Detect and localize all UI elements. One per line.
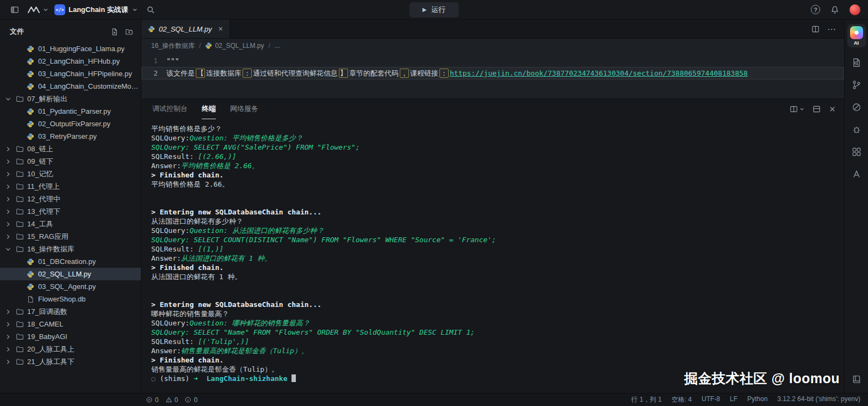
tree-item-label: 03_SQL_Agent.py — [38, 282, 96, 291]
panel-tab[interactable]: 终端 — [202, 99, 216, 119]
tree-file-item[interactable]: 02_LangChain_HFHub.py — [0, 55, 141, 67]
tree-folder-item[interactable]: 08_链上 — [0, 143, 141, 155]
chevron-right-icon — [4, 346, 12, 353]
tree-file-item[interactable]: 04_LangChain_CustomizeMod... — [0, 80, 141, 93]
file-search-button[interactable] — [849, 56, 864, 70]
docs-book-button[interactable] — [849, 372, 864, 386]
status-item[interactable]: 行 1，列 1 — [631, 395, 662, 404]
tree-folder-item[interactable]: 21_人脉工具下 — [0, 355, 141, 368]
typography-button[interactable] — [849, 167, 864, 181]
new-file-icon[interactable] — [110, 28, 119, 36]
tree-file-item[interactable]: 01_Pydantic_Parser.py — [0, 105, 141, 118]
new-folder-icon[interactable] — [125, 28, 133, 36]
tree-file-item[interactable]: 01_HuggingFace_Llama.py — [0, 42, 141, 55]
tree-folder-item[interactable]: 16_操作数据库 — [0, 243, 141, 255]
problem-count: 0 — [175, 396, 178, 404]
tab-bar-actions: ⋯ — [804, 20, 844, 38]
chevron-right-icon — [4, 208, 12, 216]
circle-slash-icon — [852, 102, 861, 112]
debug-button[interactable] — [849, 122, 864, 137]
status-item[interactable]: 3.12.2 64-bit ('shims': pyenv) — [777, 395, 860, 404]
tree-file-item[interactable]: 03_RetryParser.py — [0, 130, 141, 143]
tree-item-label: 02_OutputFixParser.py — [38, 120, 110, 128]
terminal-line: SQLQuery:Question: 平均销售价格是多少？ — [151, 133, 844, 143]
error-indicator[interactable]: 0 — [146, 396, 159, 404]
run-button[interactable]: ▶ 运行 — [410, 2, 459, 17]
tree-file-item[interactable]: 03_LangChain_HFPipeline.py — [0, 67, 141, 80]
code-line[interactable]: 2该文件是【连接数据库：通过链和代理查询鲜花信息】章节的配套代码，课程链接：ht… — [141, 67, 844, 79]
close-tab-icon[interactable]: × — [219, 24, 223, 33]
file-search-icon — [852, 58, 861, 67]
toggle-sidebar-button[interactable] — [8, 3, 22, 16]
breadcrumb-item[interactable]: ... — [275, 42, 280, 50]
folder-icon — [15, 307, 24, 316]
tree-file-item[interactable]: 02_OutputFixParser.py — [0, 118, 141, 130]
tree-folder-item[interactable]: 15_RAG应用 — [0, 230, 141, 243]
chevron-right-icon — [4, 333, 12, 341]
circle-slash-button[interactable] — [849, 100, 864, 114]
help-button[interactable]: ? — [811, 5, 820, 14]
source-control-icon — [852, 80, 861, 90]
folder-icon — [15, 182, 24, 190]
explorer-actions — [110, 28, 133, 36]
breadcrumb-item[interactable]: 16_操作数据库 — [151, 41, 195, 51]
status-item[interactable]: Python — [747, 395, 767, 404]
extensions-button[interactable] — [849, 145, 864, 159]
close-panel-icon[interactable] — [828, 105, 836, 113]
tree-folder-item[interactable]: 07_解析输出 — [0, 93, 141, 105]
app-logo-menu[interactable] — [27, 5, 49, 14]
tree-item-label: 02_LangChain_HFHub.py — [38, 57, 120, 65]
status-item[interactable]: 空格: 4 — [672, 395, 692, 404]
tree-folder-item[interactable]: 12_代理中 — [0, 193, 141, 205]
search-button[interactable] — [144, 3, 158, 16]
terminal-line: SQLQuery: SELECT COUNT(DISTINCT "Name") … — [151, 235, 844, 244]
status-item[interactable]: LF — [730, 395, 737, 404]
tree-folder-item[interactable]: 19_BabyAGI — [0, 330, 141, 343]
chevron-down-icon — [4, 95, 12, 103]
maximize-panel-icon[interactable] — [813, 105, 821, 113]
tree-item-label: 09_链下 — [27, 157, 53, 167]
tree-folder-item[interactable]: 20_人脉工具上 — [0, 343, 141, 355]
run-button-label: 运行 — [431, 5, 445, 15]
tree-folder-item[interactable]: 13_代理下 — [0, 205, 141, 218]
python-icon — [26, 108, 35, 115]
breadcrumb-item[interactable]: 02_SQL_LLM.py — [205, 42, 264, 50]
panel-tab[interactable]: 网络服务 — [230, 99, 258, 119]
tree-folder-item[interactable]: 09_链下 — [0, 155, 141, 168]
panel-layout-button[interactable] — [790, 105, 805, 113]
project-switcher[interactable]: </> LangChain 实战课 — [54, 4, 138, 15]
bell-icon — [830, 5, 839, 14]
code-area[interactable]: 1"""2该文件是【连接数据库：通过链和代理查询鲜花信息】章节的配套代码，课程链… — [141, 53, 844, 99]
split-editor-icon[interactable] — [811, 25, 820, 33]
user-avatar[interactable] — [850, 4, 860, 15]
panel-tab[interactable]: 调试控制台 — [152, 99, 188, 119]
status-item[interactable]: UTF-8 — [702, 395, 720, 404]
folder-icon — [15, 333, 24, 341]
ai-panel-button[interactable]: AI — [847, 24, 866, 47]
terminal-output[interactable]: 平均销售价格是多少？SQLQuery:Question: 平均销售价格是多少？S… — [141, 119, 844, 393]
tree-folder-item[interactable]: 10_记忆 — [0, 168, 141, 180]
warning-indicator[interactable]: 0 — [165, 396, 178, 404]
source-control-button[interactable] — [849, 78, 864, 92]
editor-tab[interactable]: 02_SQL_LLM.py × — [141, 20, 230, 38]
code-line[interactable]: 1""" — [141, 54, 844, 67]
terminal-line: SQLResult: [(2.66,)] — [151, 152, 844, 161]
tree-folder-item[interactable]: 17_回调函数 — [0, 305, 141, 318]
terminal-line: Answer:销售量最高的鲜花是郁金香（Tulip）。 — [151, 346, 844, 355]
tree-item-label: 21_人脉工具下 — [27, 357, 75, 367]
terminal-line: ○ (shims) ➜ LangChain-shizhanke — [151, 374, 844, 383]
tree-file-item[interactable]: 01_DBCreation.py — [0, 255, 141, 268]
problem-count: 0 — [194, 396, 197, 404]
tree-folder-item[interactable]: 11_代理上 — [0, 180, 141, 193]
tree-folder-item[interactable]: 18_CAMEL — [0, 318, 141, 330]
terminal-line: > Entering new SQLDatabaseChain chain... — [151, 207, 844, 217]
info-indicator[interactable]: 0 — [184, 396, 197, 404]
tree-file-item[interactable]: 03_SQL_Agent.py — [0, 280, 141, 293]
tree-file-item[interactable]: FlowerShop.db — [0, 293, 141, 305]
chevron-right-icon — [4, 233, 12, 241]
tree-folder-item[interactable]: 14_工具 — [0, 218, 141, 230]
problem-count: 0 — [155, 396, 159, 404]
tree-file-item[interactable]: 02_SQL_LLM.py — [0, 268, 141, 280]
notifications-button[interactable] — [828, 3, 842, 16]
more-actions-icon[interactable]: ⋯ — [827, 24, 836, 34]
